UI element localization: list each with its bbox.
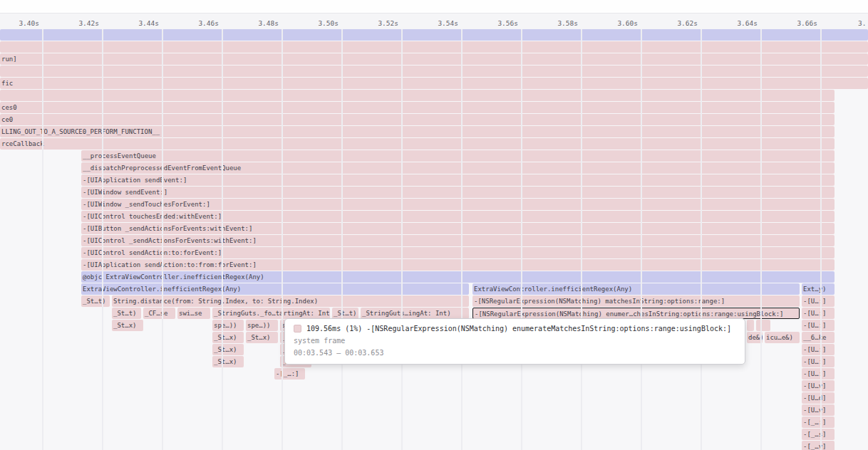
flame-bar[interactable]: -[UIButton _sendActionsForEvents:withEve… bbox=[81, 223, 835, 234]
flame-bar[interactable]: __processEventQueue bbox=[81, 150, 835, 162]
flame-bar[interactable]: _St…t) bbox=[112, 308, 141, 319]
gridline bbox=[341, 29, 343, 450]
gridline bbox=[820, 29, 822, 450]
flame-bar[interactable]: -[U…d] bbox=[802, 392, 835, 404]
gridline bbox=[162, 29, 163, 450]
flame-bar[interactable] bbox=[747, 320, 754, 331]
flame-bar[interactable]: rceCallback bbox=[0, 138, 835, 150]
gridline bbox=[461, 29, 463, 450]
flame-bar[interactable]: __6…ke bbox=[802, 332, 835, 343]
flame-bar[interactable]: spe…)) bbox=[246, 320, 278, 331]
gridline bbox=[581, 29, 582, 450]
flame-bar[interactable]: -[U…:] bbox=[802, 344, 835, 355]
flame-bar[interactable] bbox=[0, 90, 835, 101]
flame-bar[interactable]: -[UIWindow _sendTouchesForEvent:] bbox=[81, 199, 835, 210]
flame-bar[interactable]: String.distance(from: String.Index, to: … bbox=[112, 295, 469, 307]
category-color-chip-icon bbox=[294, 325, 301, 333]
gridline bbox=[281, 29, 283, 450]
gridline bbox=[102, 29, 103, 450]
flame-bar[interactable]: -[UIApplication sendAction:to:from:forEv… bbox=[81, 259, 835, 271]
flame-bar[interactable] bbox=[0, 29, 868, 41]
flame-bar[interactable]: fic bbox=[0, 78, 868, 89]
flame-bar[interactable]: _St…x) bbox=[212, 332, 244, 343]
flame-bar[interactable]: Ext…y) bbox=[802, 283, 835, 295]
flame-bar[interactable]: -[U…:] bbox=[802, 368, 835, 380]
gridline bbox=[222, 29, 223, 450]
gridline bbox=[760, 29, 762, 450]
flame-bar[interactable]: _St…t) bbox=[81, 295, 110, 307]
gridline bbox=[401, 29, 403, 450]
flame-bar[interactable]: -[_…:] bbox=[802, 417, 835, 428]
flame-bar[interactable]: _St…x) bbox=[212, 344, 244, 355]
flame-bar[interactable]: ces0 bbox=[0, 102, 835, 113]
flame-bar[interactable] bbox=[0, 41, 868, 53]
flame-bar[interactable]: spe…)) bbox=[212, 320, 244, 331]
flame-bar[interactable]: LLING_OUT_TO_A_SOURCE0_PERFORM_FUNCTION_… bbox=[0, 126, 835, 137]
flame-bar[interactable] bbox=[756, 320, 770, 331]
flame-bar[interactable]: _St…t) bbox=[332, 308, 358, 319]
flame-bar[interactable]: _St…x) bbox=[112, 320, 143, 331]
flame-bar[interactable]: -[UIApplication sendEvent:] bbox=[81, 174, 835, 186]
flame-bar[interactable]: -[_…s] bbox=[802, 429, 835, 440]
flame-bar[interactable]: -[U…:] bbox=[802, 308, 835, 319]
flame-bar[interactable]: -[UIControl sendAction:to:forEvent:] bbox=[81, 247, 835, 258]
flame-chart-area[interactable]: run]ficces0ce0LLING_OUT_TO_A_SOURCE0_PER… bbox=[0, 0, 868, 450]
flame-bar[interactable]: -[UIControl _sendActionsForEvents:withEv… bbox=[81, 235, 835, 246]
flame-bar[interactable]: ExtraViewController.inefficientRegex(Any… bbox=[81, 283, 469, 295]
flame-bar[interactable]: -[U…v] bbox=[802, 380, 835, 392]
flame-bar[interactable]: -[UIControl touchesEnded:withEvent:] bbox=[81, 211, 835, 222]
flame-bar[interactable]: -[U…:] bbox=[802, 320, 835, 331]
tooltip-frame-kind: system frame bbox=[294, 337, 736, 345]
flame-bar[interactable]: run] bbox=[0, 53, 868, 65]
gridline bbox=[641, 29, 642, 450]
flame-bar[interactable]: swi…se bbox=[177, 308, 210, 319]
gridline bbox=[521, 29, 522, 450]
flame-bar[interactable] bbox=[0, 66, 868, 77]
gridline bbox=[701, 29, 702, 450]
flame-bar[interactable]: _St…x) bbox=[246, 332, 278, 343]
flame-bar[interactable]: @objc ExtraViewController.inefficientReg… bbox=[81, 271, 835, 283]
sample-tooltip: 109.56ms (1%) -[NSRegularExpression(NSMa… bbox=[284, 318, 745, 365]
flame-bar[interactable]: _StringGuts…ingAt: Int) bbox=[361, 308, 469, 319]
flame-bar[interactable]: -[UIWindow sendEvent:] bbox=[81, 187, 835, 198]
flame-bar[interactable]: -[_…v] bbox=[802, 441, 835, 450]
flame-bar[interactable]: -[U…v] bbox=[802, 404, 835, 416]
flame-bar[interactable]: ce0 bbox=[0, 114, 835, 125]
gridline bbox=[42, 29, 43, 450]
flame-bar[interactable]: _StringGuts._fo…tartingAt: Int) bbox=[212, 308, 330, 319]
flame-graph-window: 3.40s3.42s3.44s3.46s3.48s3.50s3.52s3.54s… bbox=[0, 0, 868, 450]
flame-bar[interactable]: _St…x) bbox=[212, 356, 244, 367]
tooltip-time-range: 00:03.543 — 00:03.653 bbox=[294, 349, 736, 357]
flame-bar[interactable]: __dispatchPreprocessedEventFromEventQueu… bbox=[81, 162, 835, 174]
flame-bar[interactable]: -[U…:] bbox=[802, 356, 835, 367]
flame-bar[interactable]: icu…e&) bbox=[765, 332, 800, 343]
flame-bar[interactable]: -[U…:] bbox=[802, 295, 835, 307]
flame-bar[interactable]: _CF…se bbox=[143, 308, 175, 319]
tooltip-title: 109.56ms (1%) -[NSRegularExpression(NSMa… bbox=[306, 325, 731, 333]
flame-bar[interactable]: -[_…:] bbox=[274, 368, 305, 380]
